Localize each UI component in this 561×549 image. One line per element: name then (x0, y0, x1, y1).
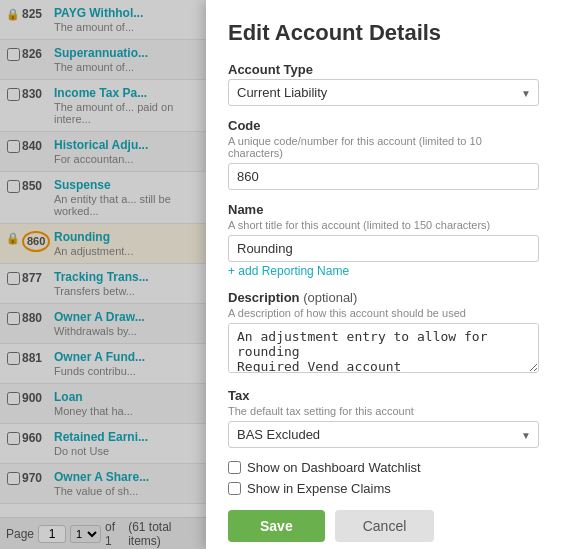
code-input[interactable] (228, 163, 539, 190)
description-label: Description (optional) (228, 290, 539, 305)
code-group: Code A unique code/number for this accou… (228, 118, 539, 190)
tax-hint: The default tax setting for this account (228, 405, 539, 417)
tax-group: Tax The default tax setting for this acc… (228, 388, 539, 448)
edit-account-modal: Edit Account Details Account Type Curren… (206, 0, 561, 549)
cancel-button[interactable]: Cancel (335, 510, 435, 542)
tax-select-wrapper: BAS ExcludedGST on ExpensesGST on Income… (228, 421, 539, 448)
expense-checkbox-row: Show in Expense Claims (228, 481, 539, 496)
add-reporting-name-link[interactable]: + add Reporting Name (228, 264, 349, 278)
save-button[interactable]: Save (228, 510, 325, 542)
modal-title: Edit Account Details (228, 20, 539, 46)
name-label: Name (228, 202, 539, 217)
tax-label: Tax (228, 388, 539, 403)
expense-checkbox[interactable] (228, 482, 241, 495)
account-type-group: Account Type Current LiabilityFixed Asse… (228, 62, 539, 106)
account-type-select[interactable]: Current LiabilityFixed AssetCurrent Asse… (228, 79, 539, 106)
dashboard-label: Show on Dashboard Watchlist (247, 460, 421, 475)
name-hint: A short title for this account (limited … (228, 219, 539, 231)
tax-select[interactable]: BAS ExcludedGST on ExpensesGST on Income… (228, 421, 539, 448)
code-hint: A unique code/number for this account (l… (228, 135, 539, 159)
description-group: Description (optional) A description of … (228, 290, 539, 376)
name-group: Name A short title for this account (lim… (228, 202, 539, 278)
expense-label: Show in Expense Claims (247, 481, 391, 496)
description-optional: (optional) (303, 290, 357, 305)
scroll-indicator: › (195, 266, 205, 284)
account-type-label: Account Type (228, 62, 539, 77)
code-label: Code (228, 118, 539, 133)
modal-footer: Save Cancel (228, 510, 539, 542)
account-type-select-wrapper: Current LiabilityFixed AssetCurrent Asse… (228, 79, 539, 106)
dashboard-checkbox-row: Show on Dashboard Watchlist (228, 460, 539, 475)
dashboard-checkbox[interactable] (228, 461, 241, 474)
name-input[interactable] (228, 235, 539, 262)
description-textarea[interactable] (228, 323, 539, 373)
description-hint: A description of how this account should… (228, 307, 539, 319)
